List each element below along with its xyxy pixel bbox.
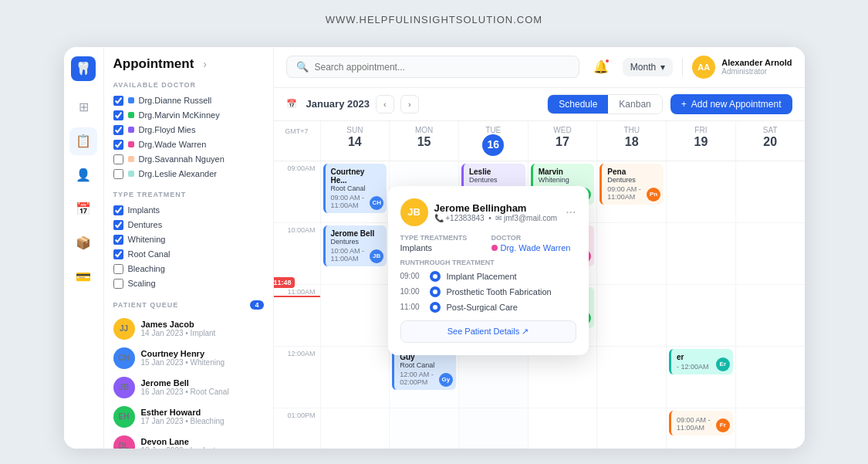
doctor-item-0[interactable]: Drg.Dianne Russell [113, 93, 264, 108]
doctor-item-5[interactable]: Drg.Leslie Alexander [113, 167, 264, 181]
timeline-row-1: 10:00 Prosthetic Tooth Fabrication [400, 286, 576, 297]
patient-avatar-2: JB [113, 377, 135, 398]
available-doctors-label: AVAILABLE DOCTOR [113, 81, 264, 89]
appt-card[interactable]: er - 12:00AM Er [669, 349, 733, 374]
day-cell-sat-12 [736, 347, 805, 408]
patient-item-2[interactable]: JB Jerome Bell 16 Jan 2023 • Root Canal [113, 373, 264, 402]
time-column: 09:00AM 10:00AM 11:00AM 11:48 12:00AM 01… [274, 161, 320, 449]
prev-month-button[interactable]: ‹ [376, 95, 394, 113]
add-appointment-button[interactable]: + Add new Appointment [670, 94, 792, 114]
doctor-checkbox-5[interactable] [113, 169, 123, 179]
see-patient-details-button[interactable]: See Patient Details ↗ [400, 320, 576, 343]
day-cell-sun-10[interactable]: Jerome Bell Dentures 10:00 AM - 11:00AM … [321, 223, 390, 285]
time-1200: 12:00AM [274, 347, 320, 408]
treatment-checkbox-rootcanal[interactable] [113, 249, 123, 259]
user-text: Alexander Arnold Administrator [721, 58, 792, 76]
next-month-button[interactable]: › [400, 95, 419, 113]
treatment-item-rootcanal[interactable]: Root Canal [113, 247, 264, 262]
search-input[interactable] [315, 62, 569, 73]
patient-list: JJ James Jacob 14 Jan 2023 • Implant CH … [113, 314, 264, 449]
day-col-sat [735, 161, 805, 449]
page-title: Appointment [113, 56, 194, 72]
doc-avatar: Er [716, 357, 730, 371]
sidebar-icon-billing[interactable]: 💳 [69, 263, 97, 291]
treatment-checkbox-scaling[interactable] [113, 279, 123, 289]
day-cell-thu-13 [597, 408, 666, 449]
patient-item-3[interactable]: EH Esther Howard 17 Jan 2023 • Bleaching [113, 402, 264, 432]
doctor-item-2[interactable]: Drg.Floyd Mies [113, 123, 264, 137]
day-header-wed: WED 17 [528, 121, 597, 161]
day-cell-sun-09[interactable]: Courtney He... Root Canal 09:00 AM - 11:… [321, 161, 390, 223]
page-header: Appointment › [113, 56, 264, 72]
timeline-row-0: 09:00 Implant Placement [400, 271, 576, 282]
patient-avatar-0: JJ [113, 318, 135, 340]
day-col-sun: Courtney He... Root Canal 09:00 AM - 11:… [320, 161, 390, 449]
notification-button[interactable]: 🔔 [589, 55, 613, 80]
popup-header: JB Jerome Bellingham 📞 +12383843 • ✉ jmf… [400, 198, 576, 226]
doctor-item-3[interactable]: Drg.Wade Warren [113, 137, 264, 152]
divider [682, 58, 683, 76]
doctor-item-1[interactable]: Drg.Marvin McKinney [113, 108, 264, 123]
sidebar-icon-appointments[interactable]: 📋 [69, 127, 97, 155]
day-cell-mon-12[interactable]: Guy Root Canal 12:00 AM - 02:00PM Gy [390, 347, 458, 408]
treatment-item-dentures[interactable]: Dentures [113, 218, 264, 232]
time-1300: 01:00PM [274, 408, 320, 449]
appt-card[interactable]: Courtney He... Root Canal 09:00 AM - 11:… [323, 164, 387, 213]
treatment-checkbox-implants[interactable] [113, 205, 123, 215]
popup-dots-button[interactable]: ··· [566, 205, 576, 219]
search-icon: 🔍 [296, 61, 309, 73]
patient-info-1: Courtney Henry 15 Jan 2023 • Whitening [141, 349, 225, 367]
patient-item-0[interactable]: JJ James Jacob 14 Jan 2023 • Implant [113, 314, 264, 344]
sidebar-icon-patients[interactable]: 👤 [69, 161, 97, 189]
patient-item-1[interactable]: CH Courtney Henry 15 Jan 2023 • Whitenin… [113, 344, 264, 373]
day-cell-thu-09[interactable]: Pena Dentures 09:00 AM - 11:00AM Pn [597, 161, 666, 223]
treatment-item-scaling[interactable]: Scaling [113, 276, 264, 291]
view-selector[interactable]: Month ▾ [623, 58, 673, 76]
treatment-checkbox-bleaching[interactable] [113, 264, 123, 274]
doctor-checkbox-0[interactable] [113, 96, 123, 106]
sidebar-icon-inventory[interactable]: 📦 [69, 229, 97, 257]
patient-item-4[interactable]: DL Devon Lane 18 Jan 2023 • Implant [113, 432, 264, 449]
time-0900: 09:00AM [274, 161, 320, 223]
main-content: 🔍 🔔 Month ▾ AA Alexander Arnold Administ… [274, 47, 805, 449]
doctor-checkbox-1[interactable] [113, 110, 123, 120]
treatment-item-implants[interactable]: Implants [113, 203, 264, 218]
doctor-checkbox-2[interactable] [113, 125, 123, 135]
popup-fields: Type Treatments Implants Doctor Drg. Wad… [400, 234, 576, 252]
day-cell-thu-11 [597, 285, 666, 347]
doctor-checkbox-4[interactable] [113, 154, 123, 164]
queue-count: 4 [250, 300, 263, 310]
search-box[interactable]: 🔍 [286, 56, 579, 78]
day-header-sat: SAT 20 [735, 121, 805, 161]
left-panel: Appointment › AVAILABLE DOCTOR Drg.Diann… [104, 47, 274, 449]
day-header-fri: FRI 19 [666, 121, 735, 161]
doctor-item-4[interactable]: Drg.Savannah Nguyen [113, 152, 264, 167]
appt-card[interactable]: 09:00 AM - 11:00AM Fr [669, 411, 733, 435]
patient-info-2: Jerome Bell 16 Jan 2023 • Root Canal [141, 378, 229, 396]
nav-arrow[interactable]: › [203, 58, 207, 70]
treatment-item-whitening[interactable]: Whitening [113, 232, 264, 247]
treatment-checkbox-dentures[interactable] [113, 220, 123, 230]
day-col-fri: er - 12:00AM Er 09:00 AM - 11:00AM Fr [666, 161, 735, 449]
treatment-checkbox-whitening[interactable] [113, 235, 123, 245]
patient-avatar-1: CH [113, 347, 135, 369]
day-header-sun: SUN 14 [320, 121, 390, 161]
sidebar-icon-calendar[interactable]: 📅 [69, 195, 97, 223]
doctor-checkbox-3[interactable] [113, 140, 123, 150]
treatment-item-bleaching[interactable]: Bleaching [113, 262, 264, 276]
doc-avatar: Gy [439, 373, 453, 387]
tab-kanban[interactable]: Kanban [608, 95, 661, 113]
popup-name-block: Jerome Bellingham 📞 +12383843 • ✉ jmf3@m… [434, 202, 558, 222]
timeline-dot-1 [430, 286, 441, 297]
tab-schedule[interactable]: Schedule [548, 95, 608, 113]
patient-queue-label: PATIENT QUEUE [113, 301, 179, 309]
sidebar-icon-dashboard[interactable]: ⊞ [69, 93, 97, 121]
appt-card[interactable]: Pena Dentures 09:00 AM - 11:00AM Pn [599, 164, 664, 205]
cal-toolbar: 📅 January 2023 ‹ › Schedule Kanban + Add… [274, 88, 805, 121]
day-cell-fri-13[interactable]: 09:00 AM - 11:00AM Fr [667, 408, 735, 449]
appt-card[interactable]: Jerome Bell Dentures 10:00 AM - 11:00AM … [323, 225, 387, 266]
doc-avatar: Fr [716, 418, 730, 432]
popup-timeline: 09:00 Implant Placement 10:00 Prosthetic… [400, 271, 576, 313]
patient-info-0: James Jacob 14 Jan 2023 • Implant [141, 320, 216, 337]
day-cell-fri-12[interactable]: er - 12:00AM Er [667, 347, 735, 408]
